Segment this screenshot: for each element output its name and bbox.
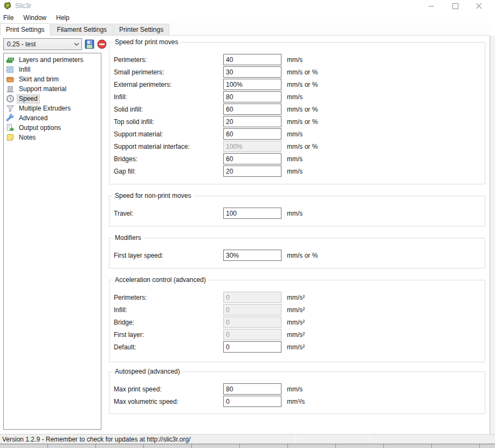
setting-unit: mm/s or % <box>287 118 318 126</box>
setting-label: Solid infill: <box>114 106 223 113</box>
input-infill[interactable] <box>223 304 281 315</box>
setting-label: Max print speed: <box>114 385 223 393</box>
input-max-volumetric-speed[interactable] <box>223 396 281 407</box>
setting-unit: mm/s² <box>287 343 305 351</box>
setting-unit: mm/s <box>287 385 302 393</box>
input-bridge[interactable] <box>223 316 281 328</box>
tab-filament-settings[interactable]: Filament Settings <box>51 24 113 35</box>
setting-row: Solid infill: mm/s or % <box>114 104 479 115</box>
setting-row: Default: mm/s² <box>114 341 479 353</box>
preset-value: 0.25 - test <box>7 40 74 48</box>
notes-icon <box>6 133 15 142</box>
sidebar-item-layers-and-perimeters[interactable]: Layers and perimeters <box>4 55 101 65</box>
input-travel[interactable] <box>223 208 281 219</box>
group-speed-for-non-print-moves: Speed for non-print moves Travel: mm/s <box>109 196 485 226</box>
setting-unit: mm/s² <box>287 306 305 314</box>
group-title: Modifiers <box>113 234 143 242</box>
setting-row: Gap fill: mm/s <box>114 166 479 177</box>
setting-label: External perimeters: <box>114 81 223 88</box>
setting-label: Perimeters: <box>114 294 223 301</box>
setting-row: Travel: mm/s <box>114 208 479 219</box>
setting-unit: mm/s² <box>287 331 305 339</box>
setting-unit: mm/s <box>287 168 302 175</box>
input-support-material[interactable] <box>223 128 281 140</box>
window-title: Slic3r <box>15 2 31 10</box>
input-small-perimeters[interactable] <box>223 66 281 78</box>
input-default[interactable] <box>223 341 281 353</box>
sidebar-item-speed[interactable]: Speed <box>4 94 101 104</box>
setting-unit: mm/s² <box>287 319 305 326</box>
setting-row: Support material: mm/s <box>114 128 479 140</box>
input-support-material-interface[interactable] <box>223 141 281 152</box>
chevron-down-icon <box>74 43 79 46</box>
setting-unit: mm/s <box>287 93 302 101</box>
group-title: Autospeed (advanced) <box>113 368 182 375</box>
input-top-solid-infill[interactable] <box>223 116 281 127</box>
extruders-icon <box>6 104 15 113</box>
group-autospeed-advanced-: Autospeed (advanced) Max print speed: mm… <box>109 371 485 414</box>
setting-label: First layer speed: <box>114 252 223 259</box>
setting-unit: mm³/s <box>287 398 305 405</box>
sidebar-item-output-options[interactable]: Output options <box>4 123 101 133</box>
group-title: Acceleration control (advanced) <box>113 276 208 284</box>
setting-row: First layer speed: mm/s or % <box>114 250 479 261</box>
setting-label: Max volumetric speed: <box>114 398 223 405</box>
setting-label: First layer: <box>114 331 223 339</box>
input-first-layer[interactable] <box>223 329 281 340</box>
setting-label: Small perimeters: <box>114 68 223 76</box>
group-title: Speed for print moves <box>113 38 180 46</box>
sidebar-item-infill[interactable]: Infill <box>4 65 101 74</box>
setting-row: Perimeters: mm/s <box>114 54 479 65</box>
window-bottom-edge <box>0 444 495 448</box>
menu-item-help[interactable]: Help <box>51 12 74 23</box>
layers-icon <box>6 56 15 64</box>
sidebar-item-notes[interactable]: Notes <box>4 133 101 142</box>
wrench-icon <box>6 114 15 122</box>
setting-unit: mm/s <box>287 210 302 217</box>
delete-preset-button[interactable] <box>97 39 107 49</box>
support-icon <box>6 85 15 93</box>
group-acceleration-control-advanced-: Acceleration control (advanced) Perimete… <box>109 280 485 362</box>
group-speed-for-print-moves: Speed for print moves Perimeters: mm/s S… <box>109 42 485 184</box>
sidebar-item-skirt-and-brim[interactable]: Skirt and brim <box>4 74 101 84</box>
input-external-perimeters[interactable] <box>223 79 281 90</box>
setting-unit: mm/s or % <box>287 81 318 88</box>
input-perimeters[interactable] <box>223 292 281 303</box>
input-perimeters[interactable] <box>223 54 281 65</box>
preset-select[interactable]: 0.25 - test <box>3 38 82 50</box>
setting-unit: mm/s or % <box>287 252 318 259</box>
sidebar-item-support-material[interactable]: Support material <box>4 84 101 94</box>
setting-label: Bridge: <box>114 319 223 326</box>
settings-panel: Speed for print moves Perimeters: mm/s S… <box>109 0 485 431</box>
setting-unit: mm/s² <box>287 294 305 301</box>
setting-row: Max volumetric speed: mm³/s <box>114 396 479 407</box>
input-infill[interactable] <box>223 91 281 102</box>
setting-row: Max print speed: mm/s <box>114 383 479 395</box>
setting-label: Infill: <box>114 93 223 101</box>
input-solid-infill[interactable] <box>223 104 281 115</box>
menu-item-file[interactable]: File <box>0 12 18 23</box>
setting-row: First layer: mm/s² <box>114 329 479 340</box>
setting-label: Gap fill: <box>114 168 223 175</box>
group-modifiers: Modifiers First layer speed: mm/s or % <box>109 238 485 268</box>
save-preset-button[interactable] <box>85 39 94 49</box>
setting-row: Infill: mm/s <box>114 91 479 102</box>
sidebar-item-multiple-extruders[interactable]: Multiple Extruders <box>4 104 101 113</box>
input-max-print-speed[interactable] <box>223 383 281 395</box>
setting-row: Bridges: mm/s <box>114 153 479 164</box>
setting-unit: mm/s <box>287 56 302 64</box>
input-bridges[interactable] <box>223 153 281 164</box>
slic3r-window: Slic3r FileWindowHelp Print SettingsFila… <box>0 0 495 448</box>
setting-unit: mm/s or % <box>287 143 318 150</box>
statusbar-divider <box>369 436 370 443</box>
setting-row: Small perimeters: mm/s or % <box>114 66 479 78</box>
menu-item-window[interactable]: Window <box>18 12 51 23</box>
settings-category-list: Layers and perimeters Infill Skirt and b… <box>3 53 101 430</box>
setting-label: Bridges: <box>114 155 223 163</box>
statusbar-divider <box>295 436 296 443</box>
tab-print-settings[interactable]: Print Settings <box>0 23 50 36</box>
input-gap-fill[interactable] <box>223 166 281 177</box>
input-first-layer-speed[interactable] <box>223 250 281 261</box>
sidebar-item-advanced[interactable]: Advanced <box>4 113 101 123</box>
slic3r-logo-icon <box>3 2 12 10</box>
